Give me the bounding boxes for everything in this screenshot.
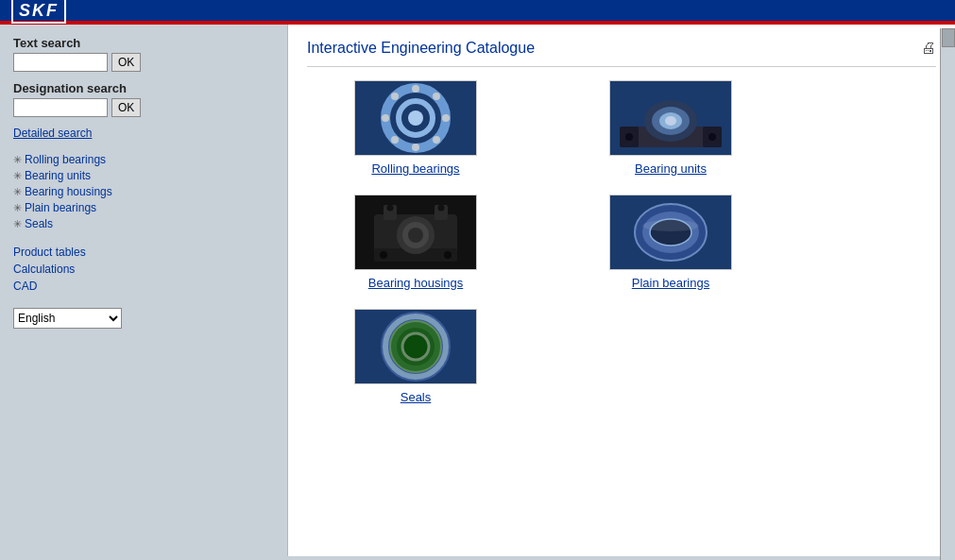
svg-point-7: [382, 114, 389, 122]
svg-point-4: [412, 85, 419, 93]
bearing-housings-link[interactable]: Bearing housings: [368, 276, 463, 290]
seals-link[interactable]: Seals: [401, 390, 432, 404]
product-grid: Rolling bearings: [307, 80, 779, 404]
product-tables-link[interactable]: Product tables: [13, 246, 274, 259]
seals-image: [354, 309, 477, 384]
svg-point-32: [380, 251, 387, 259]
product-item-bearing-housings[interactable]: Bearing housings: [307, 195, 524, 290]
scrollbar-thumb[interactable]: [942, 28, 955, 47]
product-item-bearing-units[interactable]: Bearing units: [562, 80, 779, 176]
main-layout: Text search OK Designation search OK Det…: [0, 25, 955, 556]
designation-search-label: Designation search: [13, 81, 274, 95]
svg-point-5: [412, 144, 419, 151]
print-icon[interactable]: 🖨: [921, 40, 936, 57]
svg-point-8: [433, 93, 440, 100]
designation-search-input[interactable]: [13, 98, 108, 117]
rolling-bearings-link[interactable]: Rolling bearings: [371, 161, 459, 176]
skf-logo: SKF: [11, 0, 66, 24]
calculations-link[interactable]: Calculations: [13, 263, 274, 276]
plain-bearings-link[interactable]: Plain bearings: [632, 276, 709, 290]
svg-point-21: [665, 116, 676, 126]
svg-point-16: [625, 133, 633, 141]
detailed-search-link[interactable]: Detailed search: [13, 127, 274, 140]
rolling-bearings-image: [354, 80, 477, 156]
designation-search-row: OK: [13, 98, 274, 117]
svg-point-11: [433, 136, 440, 144]
nav-item-plain-bearings[interactable]: ✳Plain bearings: [13, 201, 274, 214]
language-select[interactable]: English German French Spanish Swedish: [13, 308, 122, 329]
bearing-housings-image: [354, 195, 477, 270]
bearing-units-link[interactable]: Bearing units: [635, 161, 707, 176]
text-search-row: OK: [13, 53, 274, 72]
svg-point-17: [708, 133, 716, 141]
svg-point-28: [438, 205, 445, 212]
product-item-rolling-bearings[interactable]: Rolling bearings: [307, 80, 524, 176]
nav-item-bearing-housings[interactable]: ✳Bearing housings: [13, 185, 274, 198]
bearing-units-image: [609, 80, 732, 156]
nav-item-seals[interactable]: ✳Seals: [13, 217, 274, 230]
text-search-label: Text search: [13, 36, 274, 50]
svg-point-31: [408, 228, 423, 243]
sidebar-links-group: Product tables Calculations CAD: [13, 246, 274, 293]
nav-list: ✳Rolling bearings ✳Bearing units ✳Bearin…: [13, 153, 274, 230]
designation-search-ok-button[interactable]: OK: [111, 98, 141, 117]
svg-point-33: [444, 251, 452, 259]
svg-point-6: [442, 114, 450, 122]
text-search-ok-button[interactable]: OK: [111, 53, 141, 72]
page-header: Interactive Engineering Catalogue 🖨: [307, 40, 936, 67]
header: SKF: [0, 0, 955, 25]
svg-point-27: [387, 205, 394, 212]
sidebar: Text search OK Designation search OK Det…: [0, 25, 288, 556]
page-title: Interactive Engineering Catalogue: [307, 40, 535, 57]
main-content: Interactive Engineering Catalogue 🖨: [288, 25, 955, 556]
svg-point-10: [391, 93, 399, 100]
cad-link[interactable]: CAD: [13, 280, 274, 293]
language-selector-wrapper: English German French Spanish Swedish: [13, 308, 274, 329]
text-search-input[interactable]: [13, 53, 108, 72]
product-item-seals[interactable]: Seals: [307, 309, 524, 404]
scrollbar[interactable]: [940, 28, 955, 560]
svg-point-3: [408, 110, 423, 126]
plain-bearings-image: [609, 195, 732, 270]
svg-point-9: [391, 136, 399, 144]
nav-item-bearing-units[interactable]: ✳Bearing units: [13, 169, 274, 182]
product-item-plain-bearings[interactable]: Plain bearings: [562, 195, 779, 290]
nav-item-rolling-bearings[interactable]: ✳Rolling bearings: [13, 153, 274, 166]
